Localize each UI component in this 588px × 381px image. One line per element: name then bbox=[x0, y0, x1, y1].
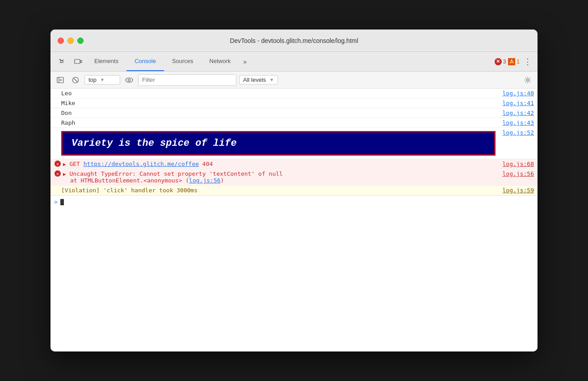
console-toolbar: top ▼ All levels ▼ bbox=[50, 72, 538, 89]
devtools-tabbar: Elements Console Sources Network » ✕ 3 ⚠… bbox=[50, 52, 538, 72]
svg-line-6 bbox=[74, 78, 77, 82]
tab-network[interactable]: Network bbox=[202, 52, 239, 71]
source-link-leo[interactable]: log.js:40 bbox=[496, 90, 534, 97]
source-link-styled[interactable]: log.js:52 bbox=[496, 129, 534, 136]
console-row-raph: Raph log.js:43 bbox=[50, 118, 538, 128]
console-row-mike: Mike log.js:41 bbox=[50, 98, 538, 108]
cursor bbox=[60, 199, 64, 205]
sidebar-toggle-button[interactable] bbox=[54, 74, 67, 86]
error-row-icon: ✕ bbox=[54, 161, 61, 167]
titlebar: DevTools - devtools.glitch.me/console/lo… bbox=[50, 30, 538, 52]
svg-point-9 bbox=[527, 79, 529, 81]
row-text-error-get: ▶ GET https://devtools.glitch.me/coffee … bbox=[63, 161, 496, 167]
window-title: DevTools - devtools.glitch.me/console/lo… bbox=[230, 37, 358, 44]
error-url-link[interactable]: https://devtools.glitch.me/coffee bbox=[84, 161, 199, 167]
live-expressions-button[interactable] bbox=[123, 74, 135, 86]
tab-elements[interactable]: Elements bbox=[86, 52, 126, 71]
source-link-mike[interactable]: log.js:41 bbox=[496, 100, 534, 106]
row-text-error-type: ▶ Uncaught TypeError: Cannot set propert… bbox=[63, 170, 496, 177]
input-prompt: > bbox=[54, 199, 58, 205]
error-icon: ✕ bbox=[495, 58, 502, 65]
console-row-leo: Leo log.js:40 bbox=[50, 89, 538, 98]
console-row-styled: Variety is the spice of life log.js:52 bbox=[50, 128, 538, 159]
svg-rect-0 bbox=[75, 59, 80, 64]
row-text-violation: [Violation] 'click' handler took 3000ms bbox=[61, 187, 496, 194]
source-link-raph[interactable]: log.js:43 bbox=[496, 119, 534, 126]
error-circle-icon-type: ✕ bbox=[55, 170, 61, 177]
context-selector[interactable]: top ▼ bbox=[84, 75, 120, 85]
maximize-button[interactable] bbox=[77, 38, 84, 44]
error-stack-link[interactable]: log.js:56 bbox=[189, 177, 220, 184]
minimize-button[interactable] bbox=[67, 38, 74, 44]
filter-input[interactable] bbox=[138, 74, 236, 86]
source-link-error-type[interactable]: log.js:56 bbox=[496, 170, 534, 177]
console-output: Leo log.js:40 Mike log.js:41 Don log.js:… bbox=[50, 89, 538, 351]
svg-point-8 bbox=[128, 79, 130, 81]
settings-button[interactable] bbox=[521, 74, 534, 86]
row-text: Mike bbox=[61, 100, 496, 106]
source-link-violation[interactable]: log.js:59 bbox=[496, 187, 534, 194]
source-link-don[interactable]: log.js:42 bbox=[496, 110, 534, 116]
console-input-row[interactable]: > bbox=[50, 195, 538, 208]
row-text: Raph bbox=[61, 119, 496, 126]
error-badge[interactable]: ✕ 3 bbox=[495, 58, 506, 65]
warning-icon: ⚠ bbox=[508, 58, 515, 65]
close-button[interactable] bbox=[58, 38, 64, 44]
warn-badge[interactable]: ⚠ 1 bbox=[508, 58, 520, 65]
error-stack-line: at HTMLButtonElement.<anonymous> (log.js… bbox=[54, 177, 224, 184]
more-tabs-button[interactable]: » bbox=[239, 52, 251, 71]
devtools-menu-button[interactable]: ⋮ bbox=[521, 55, 534, 68]
devtools-window: DevTools - devtools.glitch.me/console/lo… bbox=[50, 30, 538, 351]
clear-console-button[interactable] bbox=[69, 74, 82, 86]
error-circle-icon: ✕ bbox=[55, 161, 61, 167]
traffic-lights bbox=[58, 38, 84, 44]
inspect-element-icon[interactable] bbox=[54, 52, 70, 71]
row-text: Don bbox=[61, 110, 496, 116]
tab-right-controls: ✕ 3 ⚠ 1 ⋮ bbox=[495, 52, 538, 71]
device-toolbar-icon[interactable] bbox=[70, 52, 86, 71]
styled-output-text: Variety is the spice of life bbox=[71, 138, 237, 149]
svg-rect-1 bbox=[80, 60, 82, 63]
svg-marker-4 bbox=[60, 79, 62, 81]
console-row-violation: [Violation] 'click' handler took 3000ms … bbox=[50, 186, 538, 195]
row-text: Leo bbox=[61, 90, 496, 97]
console-row-error-get: ✕ ▶ GET https://devtools.glitch.me/coffe… bbox=[50, 159, 538, 169]
svg-point-7 bbox=[126, 78, 133, 82]
error-row-icon-type: ✕ bbox=[54, 170, 61, 177]
console-row-error-type: ✕ ▶ Uncaught TypeError: Cannot set prope… bbox=[50, 169, 538, 186]
log-levels-selector[interactable]: All levels ▼ bbox=[239, 75, 278, 85]
console-row-don: Don log.js:42 bbox=[50, 108, 538, 118]
styled-output-box: Variety is the spice of life bbox=[61, 131, 496, 156]
tab-console[interactable]: Console bbox=[126, 52, 164, 71]
source-link-error-get[interactable]: log.js:68 bbox=[496, 161, 534, 167]
tab-sources[interactable]: Sources bbox=[164, 52, 202, 71]
error-stack-text: at HTMLButtonElement.<anonymous> (log.js… bbox=[70, 177, 224, 184]
